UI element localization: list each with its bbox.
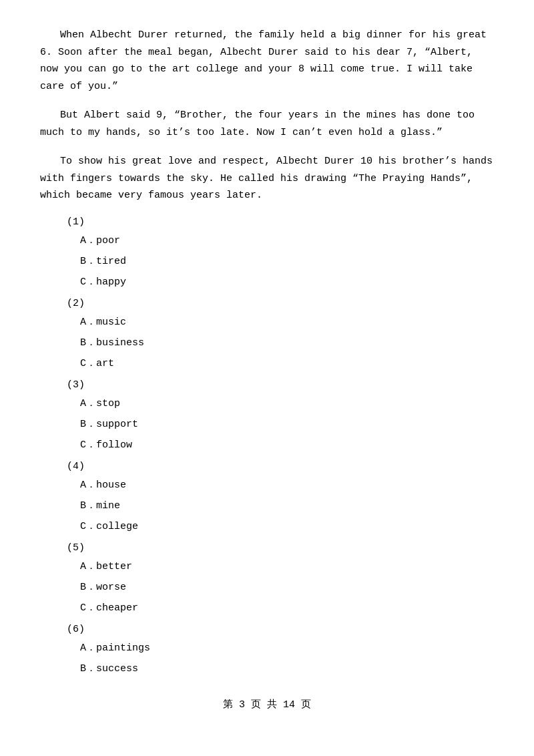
page-footer: 第 3 页 共 14 页 (40, 698, 494, 711)
question-number-2: (2) (67, 298, 494, 309)
question-2-option-2[interactable]: B．business (80, 334, 494, 352)
question-1-option-1[interactable]: A．poor (80, 232, 494, 250)
question-6-option-1[interactable]: A．paintings (80, 639, 494, 657)
question-number-1: (1) (67, 216, 494, 228)
question-3-option-2[interactable]: B．support (80, 415, 494, 433)
question-4-option-1[interactable]: A．house (80, 476, 494, 494)
questions-container: (1)A．poorB．tiredC．happy(2)A．musicB．busin… (40, 216, 494, 678)
question-2-option-3[interactable]: C．art (80, 355, 494, 373)
question-4-option-2[interactable]: B．mine (80, 497, 494, 515)
question-2-option-1[interactable]: A．music (80, 313, 494, 331)
question-number-6: (6) (67, 624, 494, 635)
passage-paragraph-1: When Albecht Durer returned, the family … (40, 27, 494, 95)
question-number-3: (3) (67, 379, 494, 391)
question-1-option-2[interactable]: B．tired (80, 252, 494, 270)
question-6-option-2[interactable]: B．success (80, 660, 494, 678)
question-number-5: (5) (67, 542, 494, 554)
question-5-option-1[interactable]: A．better (80, 558, 494, 576)
question-5-option-3[interactable]: C．cheaper (80, 599, 494, 617)
question-number-4: (4) (67, 461, 494, 472)
passage-paragraph-3: To show his great love and respect, Albe… (40, 153, 494, 204)
question-4-option-3[interactable]: C．college (80, 518, 494, 536)
question-5-option-2[interactable]: B．worse (80, 578, 494, 596)
passage-paragraph-2: But Albert said 9, “Brother, the four ye… (40, 107, 494, 141)
question-3-option-3[interactable]: C．follow (80, 436, 494, 454)
question-1-option-3[interactable]: C．happy (80, 273, 494, 291)
question-3-option-1[interactable]: A．stop (80, 395, 494, 413)
